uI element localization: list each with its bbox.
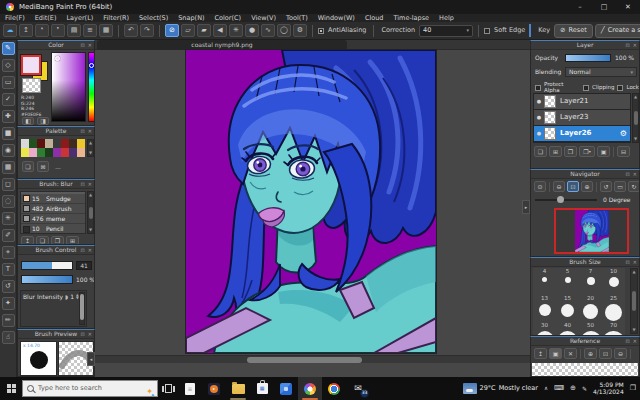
brush-size-option[interactable]: 40 (556, 322, 579, 336)
clipping-checkbox[interactable] (583, 85, 589, 91)
palette-swatch[interactable] (45, 148, 53, 157)
brush-size-option[interactable]: 20 (579, 295, 602, 322)
popout-icon[interactable]: ⊡ (81, 248, 85, 253)
visibility-eye-icon[interactable]: ● (534, 99, 544, 104)
close-icon[interactable]: ✕ (88, 129, 92, 134)
cloud-save-icon[interactable]: ☁ (3, 24, 17, 37)
brush-size-option[interactable]: 30 (533, 322, 556, 336)
reference-fit-button[interactable]: ⊡ (599, 348, 612, 359)
grid-icon[interactable]: ▦ (99, 24, 113, 37)
menu-timelapse[interactable]: Time-lapse (393, 15, 429, 22)
popout-icon[interactable]: ⊡ (626, 339, 630, 344)
taskbar-app-medibang-active[interactable] (298, 377, 322, 400)
menu-tool[interactable]: Tool(T) (286, 15, 308, 22)
close-icon[interactable]: ✕ (88, 248, 92, 253)
taskbar-app-chrome[interactable] (322, 377, 346, 400)
palette-swatch[interactable] (37, 139, 45, 148)
color-mode-button[interactable]: ◧ (22, 117, 34, 125)
edit-brush-button[interactable]: ⊞ (66, 236, 79, 245)
close-icon[interactable]: ✕ (88, 43, 92, 48)
rectangle-tool[interactable]: ▭ (2, 76, 15, 89)
select-pen-tool[interactable]: ✓ (2, 93, 15, 106)
brush-size-slider[interactable] (21, 261, 73, 270)
brush-item[interactable]: 482AirBrush (21, 204, 85, 214)
duplicate-brush-button[interactable]: ❐ (51, 236, 64, 245)
palette-swatch[interactable] (29, 139, 37, 148)
visibility-eye-icon[interactable]: ● (534, 115, 544, 120)
scroll-up-icon[interactable]: ▲ (89, 193, 92, 197)
brush-item[interactable]: 15Smudge (21, 194, 85, 204)
scroll-down-icon[interactable]: ▼ (89, 228, 92, 232)
zoom-out-button[interactable]: ⊖ (553, 181, 565, 192)
canvas-hscrollbar[interactable] (95, 355, 530, 363)
eraser-tool[interactable]: ◇ (2, 59, 15, 72)
delete-palette-color-button[interactable]: ⊠ (37, 161, 49, 172)
add-palette-color-button[interactable]: ❏ (22, 161, 34, 172)
brush-size-option[interactable]: 50 (579, 322, 602, 336)
lasso-tool[interactable]: ◌ (2, 195, 15, 208)
snap-curve-icon[interactable]: ∿ (261, 24, 275, 37)
brush-size-option[interactable]: 25 (602, 295, 625, 322)
taskbar-app-photos[interactable] (274, 377, 298, 400)
brushmode-rect-icon[interactable]: ▱ (181, 24, 195, 37)
brushmode-triangle-icon[interactable]: ◀ (213, 24, 227, 37)
palette-swatch[interactable] (53, 148, 61, 157)
transparent-color-swatch[interactable] (22, 78, 41, 93)
hand-tool[interactable]: ☝ (2, 331, 15, 344)
brushmode-fillrect-icon[interactable]: ▰ (197, 24, 211, 37)
brush-size-option[interactable]: 13 (533, 295, 556, 322)
menu-layer[interactable]: Layer(L) (66, 15, 93, 22)
create-straight-line-button[interactable]: ╱Create a straight line (595, 24, 640, 38)
palette-swatch[interactable] (61, 148, 69, 157)
palette-swatch[interactable] (77, 139, 85, 148)
layer-row[interactable]: ● Layer23 (534, 110, 630, 126)
palette-swatch[interactable] (29, 148, 37, 157)
add-brush-button[interactable]: ❏ (36, 236, 49, 245)
snap-radial-icon[interactable]: ◯ (277, 24, 291, 37)
network-icon[interactable]: ⊕ (570, 385, 576, 392)
taskbar-app-explorer[interactable] (226, 377, 250, 400)
brush-item[interactable]: 476meme (21, 214, 85, 224)
protect-alpha-checkbox[interactable] (535, 85, 541, 91)
reference-zoom-out-button[interactable]: ⊖ (614, 348, 627, 359)
popout-icon[interactable]: ⊡ (81, 43, 85, 48)
menu-view[interactable]: View(V) (251, 15, 276, 22)
layer-folder-button[interactable]: ▣ (597, 146, 610, 157)
lock-checkbox[interactable] (617, 85, 623, 91)
palette-swatch[interactable] (21, 148, 29, 157)
color-picker-button[interactable]: ◨ (37, 117, 49, 125)
palette-swatch[interactable] (69, 139, 77, 148)
pen-tray-icon[interactable]: ✎ (582, 386, 587, 392)
menu-cloud[interactable]: Cloud (365, 15, 384, 22)
scroll-down-icon[interactable]: ▼ (634, 137, 637, 141)
canvas-artwork[interactable] (186, 50, 436, 353)
notification-center-icon[interactable]: ❐ (630, 385, 636, 392)
duplicate-layer-button[interactable]: ❐ (564, 146, 577, 157)
close-icon[interactable]: ✕ (633, 43, 637, 48)
rotate-view-tool[interactable]: ↺ (2, 280, 15, 293)
palette-swatch[interactable] (45, 139, 53, 148)
bucket-tool[interactable]: ◉ (2, 144, 15, 157)
popout-icon[interactable]: ⊡ (626, 260, 630, 265)
list-icon[interactable]: ≡ (83, 24, 97, 37)
brush-item[interactable]: 10Pencil (21, 224, 85, 234)
menu-window[interactable]: Window(W) (318, 15, 355, 22)
start-button[interactable] (0, 377, 22, 400)
brush-tool[interactable]: ✎ (2, 42, 15, 55)
merge-layer-button[interactable]: ⊟ (617, 146, 630, 157)
scroll-down-icon[interactable]: ▼ (89, 151, 92, 155)
palette-swatch[interactable] (69, 148, 77, 157)
comments-icon[interactable]: ❜ (51, 24, 65, 37)
popout-icon[interactable]: ⊡ (626, 43, 630, 48)
pen-tool[interactable]: ✏ (2, 314, 15, 327)
select-erase-tool[interactable]: ✐ (2, 229, 15, 242)
reference-zoom-in-button[interactable]: ⊕ (584, 348, 597, 359)
layer-opacity-slider[interactable] (565, 54, 611, 62)
menu-color[interactable]: Color(C) (215, 15, 242, 22)
layer-row[interactable]: ● Layer21 (534, 94, 630, 110)
rotation-slider-knob[interactable] (557, 196, 564, 203)
navigator-thumbnail[interactable] (554, 208, 629, 254)
scroll-up-icon[interactable]: ▲ (89, 141, 92, 145)
new-layer-button[interactable]: ❏ (534, 146, 547, 157)
snap-grid-icon[interactable]: ✳ (229, 24, 243, 37)
